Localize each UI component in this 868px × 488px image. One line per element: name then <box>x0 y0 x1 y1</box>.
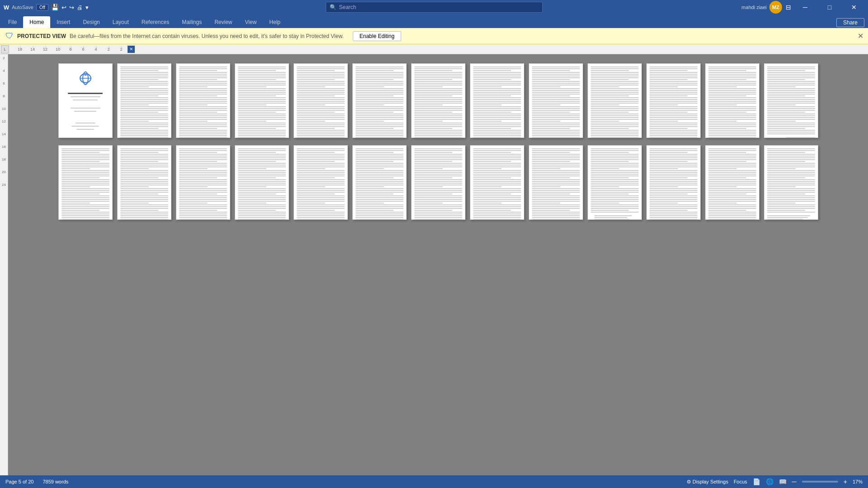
page-thumb-4[interactable] <box>235 63 289 138</box>
page-thumb-16[interactable] <box>176 145 230 220</box>
status-bar: Page 5 of 20 7859 words ⚙ Display Settin… <box>0 475 868 488</box>
ruler-num-vertical: 8 <box>0 94 8 107</box>
protected-close-icon[interactable]: ✕ <box>858 32 863 40</box>
vertical-ruler: 2 4 6 8 10 12 14 16 18 20 24 <box>0 54 8 475</box>
display-settings-icon[interactable]: ⚙ Display Settings <box>687 479 728 485</box>
tab-layout[interactable]: Layout <box>106 16 135 28</box>
tab-references[interactable]: References <box>135 16 175 28</box>
tab-home[interactable]: Home <box>23 16 50 28</box>
maximize-button[interactable]: □ <box>819 0 840 14</box>
autosave-toggle[interactable]: Off <box>36 4 48 11</box>
ruler-num: 4 <box>90 47 102 52</box>
print-view-button[interactable]: 📄 <box>753 478 760 485</box>
user-name: mahdi ziaei <box>741 5 767 10</box>
ruler-num-vertical: 10 <box>0 107 8 119</box>
page-thumb-15[interactable] <box>117 145 171 220</box>
ruler-num-vertical: 4 <box>0 69 8 81</box>
page-thumb-25[interactable] <box>705 145 759 220</box>
read-mode-button[interactable]: 📖 <box>779 478 787 485</box>
print-icon[interactable]: 🖨 <box>77 4 83 11</box>
page-thumb-8[interactable] <box>470 63 524 138</box>
ruler-num: 18 <box>14 47 26 52</box>
ruler-num-vertical: 18 <box>0 157 8 170</box>
page-thumb-7[interactable] <box>411 63 465 138</box>
protected-view-bar: 🛡 PROTECTED VIEW Be careful—files from t… <box>0 28 868 44</box>
focus-button[interactable]: Focus <box>734 479 747 484</box>
ruler-num-vertical: 12 <box>0 119 8 132</box>
ruler-num-vertical: 16 <box>0 145 8 157</box>
page-thumb-12[interactable] <box>705 63 759 138</box>
page-thumb-21[interactable] <box>470 145 524 220</box>
horizontal-ruler: L 18 14 12 10 8 6 4 2 2 ✕ <box>0 44 868 54</box>
close-button[interactable]: ✕ <box>844 0 864 14</box>
tab-insert[interactable]: Insert <box>50 16 76 28</box>
page-thumb-22[interactable] <box>529 145 583 220</box>
ruler-num: 12 <box>39 47 52 52</box>
ribbon-toggle-icon[interactable]: ⊟ <box>786 4 791 11</box>
ribbon-tabs: File Home Insert Design Layout Reference… <box>0 14 868 28</box>
page-thumb-14[interactable] <box>58 145 113 220</box>
zoom-out-button[interactable]: ─ <box>792 478 797 485</box>
page-thumb-5[interactable] <box>294 63 348 138</box>
save-icon[interactable]: 💾 <box>51 4 59 11</box>
page-thumb-13[interactable] <box>764 63 818 138</box>
ruler-num-vertical: 2 <box>0 56 8 69</box>
tab-view[interactable]: View <box>239 16 263 28</box>
page-thumb-18[interactable] <box>294 145 348 220</box>
title-bar-right: mahdi ziaei MZ ⊟ ─ □ ✕ <box>741 0 864 14</box>
page-thumb-2[interactable] <box>117 63 171 138</box>
ruler-num: 10 <box>52 47 64 52</box>
ruler-left-marker[interactable]: L <box>1 45 9 53</box>
web-view-button[interactable]: 🌐 <box>766 478 773 485</box>
tab-review[interactable]: Review <box>208 16 238 28</box>
ruler-tab-stop[interactable]: ✕ <box>128 46 135 53</box>
user-badge[interactable]: mahdi ziaei MZ <box>741 1 782 14</box>
document-area[interactable] <box>8 54 868 475</box>
tab-design[interactable]: Design <box>76 16 106 28</box>
zoom-slider[interactable] <box>802 481 838 483</box>
svg-point-3 <box>84 73 87 76</box>
ruler-num: 14 <box>26 47 39 52</box>
protected-message: Be careful—files from the Internet can c… <box>70 33 344 39</box>
ruler-numbers: 18 14 12 10 8 6 4 2 2 ✕ <box>9 46 135 53</box>
page-thumb-26[interactable] <box>764 145 818 220</box>
zoom-in-button[interactable]: + <box>844 478 847 485</box>
minimize-button[interactable]: ─ <box>795 0 816 14</box>
tab-help[interactable]: Help <box>263 16 287 28</box>
customize-icon[interactable]: ▾ <box>85 4 89 11</box>
page-thumb-24[interactable] <box>646 145 701 220</box>
share-button[interactable]: Share <box>836 18 864 27</box>
ruler-num: 6 <box>77 47 90 52</box>
zoom-level: 17% <box>853 479 863 484</box>
page-thumb-3[interactable] <box>176 63 230 138</box>
status-bar-right: ⚙ Display Settings Focus 📄 🌐 📖 ─ + 17% <box>687 478 863 485</box>
page-thumb-23[interactable] <box>588 145 642 220</box>
page-info: Page 5 of 20 <box>5 479 33 484</box>
page-thumb-9[interactable] <box>529 63 583 138</box>
undo-icon[interactable]: ↩ <box>62 4 66 11</box>
cover-logo <box>76 71 95 89</box>
user-avatar[interactable]: MZ <box>769 1 782 14</box>
cover-text <box>61 93 110 131</box>
search-input[interactable] <box>339 4 539 10</box>
pages-row-2 <box>58 145 818 220</box>
page-thumb-19[interactable] <box>352 145 407 220</box>
enable-editing-button[interactable]: Enable Editing <box>353 31 401 41</box>
page-thumb-17[interactable] <box>235 145 289 220</box>
page-thumb-20[interactable] <box>411 145 465 220</box>
main-area: 2 4 6 8 10 12 14 16 18 20 24 <box>0 54 868 475</box>
redo-icon[interactable]: ↪ <box>69 4 74 11</box>
ruler-num-vertical: 20 <box>0 170 8 183</box>
page-thumb-11[interactable] <box>646 63 701 138</box>
page-thumb-6[interactable] <box>352 63 407 138</box>
search-bar[interactable]: 🔍 <box>326 2 543 13</box>
tab-mailings[interactable]: Mailings <box>175 16 208 28</box>
tab-file[interactable]: File <box>2 16 23 28</box>
ruler-num: 2 <box>115 47 128 52</box>
page-thumb-1[interactable] <box>58 63 113 138</box>
shield-icon: 🛡 <box>5 31 14 41</box>
word-icon: W <box>4 4 9 11</box>
search-icon: 🔍 <box>330 4 337 10</box>
title-bar: W AutoSave Off 💾 ↩ ↪ 🖨 ▾ 🔍 عوامل تحکیم خ… <box>0 0 868 14</box>
page-thumb-10[interactable] <box>588 63 642 138</box>
